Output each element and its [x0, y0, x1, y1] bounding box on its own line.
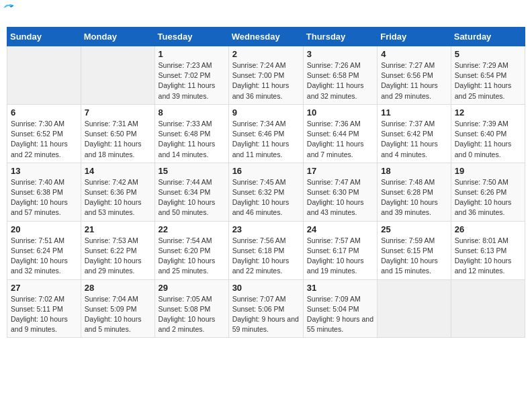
day-info: Sunrise: 7:24 AM Sunset: 7:00 PM Dayligh… — [232, 60, 300, 101]
calendar-cell: 3Sunrise: 7:26 AM Sunset: 6:58 PM Daylig… — [303, 46, 377, 105]
day-number: 25 — [381, 224, 447, 234]
day-info: Sunrise: 7:02 AM Sunset: 5:11 PM Dayligh… — [11, 294, 77, 335]
calendar-cell — [451, 279, 525, 338]
day-info: Sunrise: 7:40 AM Sunset: 6:38 PM Dayligh… — [11, 177, 77, 218]
day-number: 2 — [232, 49, 300, 59]
calendar-cell — [81, 46, 154, 105]
day-number: 20 — [11, 224, 77, 234]
calendar-cell: 21Sunrise: 7:53 AM Sunset: 6:22 PM Dayli… — [81, 221, 154, 279]
calendar-table: SundayMondayTuesdayWednesdayThursdayFrid… — [7, 27, 525, 338]
calendar-cell: 10Sunrise: 7:36 AM Sunset: 6:44 PM Dayli… — [303, 104, 377, 163]
day-info: Sunrise: 7:47 AM Sunset: 6:30 PM Dayligh… — [307, 177, 373, 218]
calendar-week-row: 1Sunrise: 7:23 AM Sunset: 7:02 PM Daylig… — [7, 46, 525, 105]
day-info: Sunrise: 7:31 AM Sunset: 6:50 PM Dayligh… — [85, 119, 151, 160]
day-info: Sunrise: 7:33 AM Sunset: 6:48 PM Dayligh… — [159, 119, 225, 160]
day-number: 18 — [381, 166, 447, 176]
calendar-cell: 23Sunrise: 7:56 AM Sunset: 6:18 PM Dayli… — [228, 221, 303, 279]
day-info: Sunrise: 7:26 AM Sunset: 6:58 PM Dayligh… — [307, 60, 373, 101]
calendar-cell: 27Sunrise: 7:02 AM Sunset: 5:11 PM Dayli… — [7, 279, 81, 338]
logo — [9, 7, 15, 21]
calendar-cell — [7, 46, 81, 105]
calendar-cell: 8Sunrise: 7:33 AM Sunset: 6:48 PM Daylig… — [154, 104, 228, 163]
day-number: 14 — [85, 166, 151, 176]
day-number: 4 — [381, 49, 447, 59]
day-info: Sunrise: 7:09 AM Sunset: 5:04 PM Dayligh… — [307, 294, 373, 335]
logo-bird-icon — [3, 3, 15, 12]
calendar-cell: 20Sunrise: 7:51 AM Sunset: 6:24 PM Dayli… — [7, 221, 81, 279]
day-number: 23 — [232, 224, 300, 234]
calendar-cell: 15Sunrise: 7:44 AM Sunset: 6:34 PM Dayli… — [154, 163, 228, 221]
weekday-header-friday: Friday — [378, 28, 451, 46]
calendar-cell: 19Sunrise: 7:50 AM Sunset: 6:26 PM Dayli… — [451, 163, 525, 221]
calendar-cell: 24Sunrise: 7:57 AM Sunset: 6:17 PM Dayli… — [303, 221, 377, 279]
calendar-cell — [378, 279, 451, 338]
day-number: 15 — [159, 166, 225, 176]
day-number: 21 — [85, 224, 151, 234]
day-info: Sunrise: 7:29 AM Sunset: 6:54 PM Dayligh… — [455, 60, 521, 101]
day-info: Sunrise: 7:27 AM Sunset: 6:56 PM Dayligh… — [381, 60, 447, 101]
day-info: Sunrise: 7:30 AM Sunset: 6:52 PM Dayligh… — [11, 119, 77, 160]
calendar-cell: 4Sunrise: 7:27 AM Sunset: 6:56 PM Daylig… — [378, 46, 451, 105]
calendar-cell: 2Sunrise: 7:24 AM Sunset: 7:00 PM Daylig… — [228, 46, 303, 105]
day-info: Sunrise: 7:39 AM Sunset: 6:40 PM Dayligh… — [455, 119, 521, 160]
day-info: Sunrise: 7:54 AM Sunset: 6:20 PM Dayligh… — [159, 236, 225, 277]
day-number: 1 — [159, 49, 225, 59]
weekday-header-tuesday: Tuesday — [154, 28, 228, 46]
day-number: 22 — [159, 224, 225, 234]
day-number: 30 — [232, 283, 300, 293]
day-number: 10 — [307, 107, 373, 118]
calendar-cell: 7Sunrise: 7:31 AM Sunset: 6:50 PM Daylig… — [81, 104, 154, 163]
day-number: 7 — [85, 107, 151, 118]
weekday-header-saturday: Saturday — [451, 28, 525, 46]
calendar-week-row: 20Sunrise: 7:51 AM Sunset: 6:24 PM Dayli… — [7, 221, 525, 279]
day-info: Sunrise: 7:56 AM Sunset: 6:18 PM Dayligh… — [232, 236, 300, 277]
day-info: Sunrise: 7:57 AM Sunset: 6:17 PM Dayligh… — [307, 236, 373, 277]
calendar-cell: 29Sunrise: 7:05 AM Sunset: 5:08 PM Dayli… — [154, 279, 228, 338]
day-info: Sunrise: 7:59 AM Sunset: 6:15 PM Dayligh… — [381, 236, 447, 277]
day-info: Sunrise: 8:01 AM Sunset: 6:13 PM Dayligh… — [455, 236, 521, 277]
day-number: 28 — [85, 283, 151, 293]
weekday-header-monday: Monday — [81, 28, 154, 46]
calendar-cell: 1Sunrise: 7:23 AM Sunset: 7:02 PM Daylig… — [154, 46, 228, 105]
day-info: Sunrise: 7:23 AM Sunset: 7:02 PM Dayligh… — [159, 60, 225, 101]
day-number: 13 — [11, 166, 77, 176]
day-info: Sunrise: 7:04 AM Sunset: 5:09 PM Dayligh… — [85, 294, 151, 335]
day-number: 9 — [232, 107, 300, 118]
day-info: Sunrise: 7:53 AM Sunset: 6:22 PM Dayligh… — [85, 236, 151, 277]
day-number: 12 — [455, 107, 521, 118]
calendar-week-row: 6Sunrise: 7:30 AM Sunset: 6:52 PM Daylig… — [7, 104, 525, 163]
day-info: Sunrise: 7:44 AM Sunset: 6:34 PM Dayligh… — [159, 177, 225, 218]
day-info: Sunrise: 7:42 AM Sunset: 6:36 PM Dayligh… — [85, 177, 151, 218]
calendar-cell: 31Sunrise: 7:09 AM Sunset: 5:04 PM Dayli… — [303, 279, 377, 338]
page-header — [7, 7, 525, 21]
calendar-cell: 22Sunrise: 7:54 AM Sunset: 6:20 PM Dayli… — [154, 221, 228, 279]
day-number: 3 — [307, 49, 373, 59]
calendar-cell: 13Sunrise: 7:40 AM Sunset: 6:38 PM Dayli… — [7, 163, 81, 221]
day-number: 19 — [455, 166, 521, 176]
day-number: 16 — [232, 166, 300, 176]
weekday-header-sunday: Sunday — [7, 28, 81, 46]
day-number: 29 — [159, 283, 225, 293]
calendar-cell: 6Sunrise: 7:30 AM Sunset: 6:52 PM Daylig… — [7, 104, 81, 163]
calendar-cell: 30Sunrise: 7:07 AM Sunset: 5:06 PM Dayli… — [228, 279, 303, 338]
day-info: Sunrise: 7:05 AM Sunset: 5:08 PM Dayligh… — [159, 294, 225, 335]
weekday-header-thursday: Thursday — [303, 28, 377, 46]
calendar-cell: 16Sunrise: 7:45 AM Sunset: 6:32 PM Dayli… — [228, 163, 303, 221]
calendar-cell: 9Sunrise: 7:34 AM Sunset: 6:46 PM Daylig… — [228, 104, 303, 163]
day-number: 24 — [307, 224, 373, 234]
calendar-week-row: 27Sunrise: 7:02 AM Sunset: 5:11 PM Dayli… — [7, 279, 525, 338]
calendar-cell: 18Sunrise: 7:48 AM Sunset: 6:28 PM Dayli… — [378, 163, 451, 221]
day-info: Sunrise: 7:37 AM Sunset: 6:42 PM Dayligh… — [381, 119, 447, 160]
calendar-cell: 25Sunrise: 7:59 AM Sunset: 6:15 PM Dayli… — [378, 221, 451, 279]
day-info: Sunrise: 7:34 AM Sunset: 6:46 PM Dayligh… — [232, 119, 300, 160]
day-number: 11 — [381, 107, 447, 118]
calendar-cell: 26Sunrise: 8:01 AM Sunset: 6:13 PM Dayli… — [451, 221, 525, 279]
day-info: Sunrise: 7:51 AM Sunset: 6:24 PM Dayligh… — [11, 236, 77, 277]
day-number: 17 — [307, 166, 373, 176]
weekday-header-wednesday: Wednesday — [228, 28, 303, 46]
day-number: 31 — [307, 283, 373, 293]
calendar-cell: 12Sunrise: 7:39 AM Sunset: 6:40 PM Dayli… — [451, 104, 525, 163]
day-info: Sunrise: 7:50 AM Sunset: 6:26 PM Dayligh… — [455, 177, 521, 218]
day-info: Sunrise: 7:36 AM Sunset: 6:44 PM Dayligh… — [307, 119, 373, 160]
day-number: 27 — [11, 283, 77, 293]
